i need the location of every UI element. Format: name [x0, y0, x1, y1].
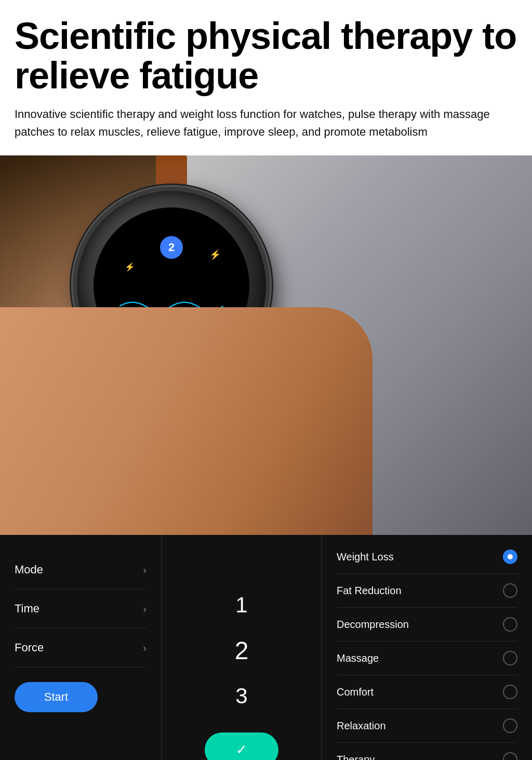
radio-option-therapy[interactable]: Therapy: [337, 743, 517, 760]
chevron-time-icon: ›: [143, 603, 147, 615]
radio-option-fat-reduction[interactable]: Fat Reduction: [337, 574, 517, 608]
subtitle: Innovative scientific therapy and weight…: [15, 106, 517, 141]
menu-label-time: Time: [15, 602, 39, 615]
watch-screen: 2 ⚡ ⚡: [94, 207, 249, 363]
radio-circle-therapy[interactable]: [503, 752, 517, 760]
radio-label-massage: Massage: [337, 652, 379, 664]
svg-marker-0: [156, 324, 187, 345]
electrode-left: [160, 344, 166, 353]
watch-bezel: 2 ⚡ ⚡: [73, 187, 270, 384]
panel-left: Mode › Time › Force › Start: [0, 535, 161, 760]
radio-option-relaxation[interactable]: Relaxation: [337, 709, 517, 743]
watch-lightning-icon-right: ⚡: [209, 249, 221, 260]
number-1[interactable]: 1: [162, 583, 321, 627]
watch-strap-bottom: [156, 374, 187, 426]
electrode-right: [177, 344, 183, 353]
menu-item-mode[interactable]: Mode ›: [15, 551, 147, 589]
watch-photo-background: 2 ⚡ ⚡: [0, 155, 532, 535]
start-button[interactable]: Start: [15, 682, 98, 712]
number-2[interactable]: 2: [162, 627, 321, 674]
checkmark-icon: ✓: [236, 742, 247, 758]
watch-container: 2 ⚡ ⚡: [73, 187, 270, 384]
radio-label-comfort: Comfort: [337, 686, 374, 698]
watch-lightning-icon-left: ⚡: [125, 262, 135, 272]
radio-option-comfort[interactable]: Comfort: [337, 675, 517, 709]
watch-wave-svg: [119, 291, 223, 348]
menu-item-force[interactable]: Force ›: [15, 628, 147, 667]
menu-label-mode: Mode: [15, 563, 43, 576]
watch-number-bubble: 2: [160, 236, 183, 259]
radio-option-decompression[interactable]: Decompression: [337, 608, 517, 641]
radio-circle-relaxation[interactable]: [503, 718, 517, 733]
radio-circle-fat-reduction[interactable]: [503, 583, 517, 598]
radio-label-decompression: Decompression: [337, 619, 409, 631]
header-section: Scientific physical therapy to relieve f…: [0, 0, 532, 155]
radio-option-weight-loss[interactable]: Weight Loss: [337, 540, 517, 574]
chevron-mode-icon: ›: [143, 564, 147, 576]
menu-label-force: Force: [15, 641, 44, 654]
radio-label-fat-reduction: Fat Reduction: [337, 585, 402, 597]
panel-right: Weight Loss Fat Reduction Decompression …: [322, 535, 532, 760]
watch-crown: [266, 278, 270, 293]
radio-circle-massage[interactable]: [503, 651, 517, 665]
number-3[interactable]: 3: [162, 674, 321, 718]
watch-image-section: 2 ⚡ ⚡: [0, 155, 532, 535]
radio-option-massage[interactable]: Massage: [337, 641, 517, 675]
main-title: Scientific physical therapy to relieve f…: [15, 17, 517, 95]
panel-middle: 1 2 3 ✓: [161, 535, 322, 760]
radio-label-weight-loss: Weight Loss: [337, 551, 394, 563]
chevron-force-icon: ›: [143, 642, 147, 654]
confirm-button[interactable]: ✓: [205, 732, 278, 760]
radio-label-therapy: Therapy: [337, 754, 375, 760]
radio-circle-weight-loss[interactable]: [503, 549, 517, 564]
radio-circle-comfort[interactable]: [503, 685, 517, 699]
bottom-panels: Mode › Time › Force › Start 1 2 3 ✓ Weig…: [0, 535, 532, 760]
svg-marker-1: [162, 328, 181, 345]
menu-item-time[interactable]: Time ›: [15, 589, 147, 628]
radio-circle-decompression[interactable]: [503, 617, 517, 632]
radio-label-relaxation: Relaxation: [337, 720, 386, 732]
